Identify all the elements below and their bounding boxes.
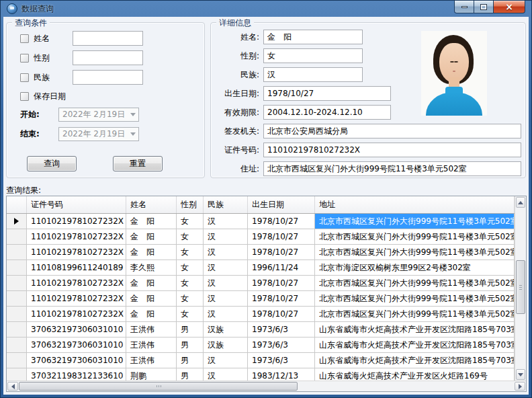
table-cell[interactable]: 王洪伟	[126, 322, 177, 337]
table-row[interactable]: 11010219781027232X金 阳女汉1978/10/27北京市西城区复…	[7, 245, 515, 260]
table-cell[interactable]: 李久熙	[126, 260, 177, 275]
table-cell[interactable]: 370632197306031010	[27, 337, 126, 352]
header-birthdate[interactable]: 出生日期	[248, 196, 315, 213]
vertical-scrollbar[interactable]	[515, 196, 526, 381]
detail-idnumber-value[interactable]: 11010219781027232X	[263, 143, 521, 157]
table-cell[interactable]: 汉	[204, 260, 248, 275]
table-cell[interactable]: 北京市西城区复兴门外大街999号院11号楼3单元502室	[315, 229, 515, 244]
table-cell[interactable]: 11010219781027232X	[27, 229, 126, 244]
table-cell[interactable]: 汉	[204, 229, 248, 244]
maximize-button[interactable]	[474, 1, 494, 13]
row-selector-cell[interactable]	[7, 307, 27, 321]
table-cell[interactable]: 金 阳	[126, 276, 177, 290]
table-cell[interactable]: 汉族	[204, 337, 248, 352]
detail-authority-value[interactable]: 北京市公安局西城分局	[263, 124, 521, 138]
header-address[interactable]: 地址	[315, 196, 515, 213]
table-cell[interactable]: 11010219781027232X	[27, 245, 126, 260]
table-cell[interactable]: 11010219781027232X	[27, 276, 126, 290]
table-cell[interactable]: 汉	[204, 214, 248, 229]
row-selector-cell[interactable]	[7, 322, 27, 337]
table-row[interactable]: 370632197306031010王洪伟男汉族1973/6/3山东省威海市火炬…	[7, 337, 515, 353]
table-cell[interactable]: 女	[177, 307, 204, 321]
table-row[interactable]: 370321198312133610荆鹏男汉1983/12/13山东省威海火炬高…	[7, 368, 515, 381]
table-row[interactable]: 11010219781027232X金 阳女汉1978/10/27北京市西城区复…	[7, 276, 515, 291]
table-cell[interactable]: 汉	[204, 291, 248, 306]
table-cell[interactable]: 11010219781027232X	[27, 214, 126, 229]
table-cell[interactable]: 山东省威海市火炬高技术产业开发区沈阳路185号703室	[315, 337, 515, 352]
row-selector-cell[interactable]	[7, 229, 27, 244]
table-cell[interactable]: 男	[177, 337, 204, 352]
table-cell[interactable]: 男	[177, 368, 204, 381]
app-icon[interactable]	[7, 3, 17, 14]
table-cell[interactable]: 1978/10/27	[248, 229, 315, 244]
row-selector-cell[interactable]	[7, 245, 27, 260]
table-row[interactable]: 110108199611240189李久熙女汉1996/11/24北京市海淀区双…	[7, 260, 515, 276]
table-cell[interactable]: 1978/10/27	[248, 245, 315, 260]
horizontal-scrollbar[interactable]	[7, 381, 526, 391]
table-cell[interactable]: 女	[177, 291, 204, 306]
close-button[interactable]: ×	[494, 1, 525, 13]
table-cell[interactable]: 1996/11/24	[248, 260, 315, 275]
name-input[interactable]	[73, 31, 143, 46]
row-selector-cell[interactable]	[7, 260, 27, 275]
table-cell[interactable]: 1973/6/3	[248, 337, 315, 352]
table-cell[interactable]: 女	[177, 214, 204, 229]
table-cell[interactable]: 女	[177, 229, 204, 244]
horizontal-scroll-thumb[interactable]	[19, 382, 298, 391]
table-cell[interactable]: 370632197306031010	[27, 322, 126, 337]
row-selector-cell[interactable]	[7, 291, 27, 306]
header-ethnicity[interactable]: 民族	[204, 196, 248, 213]
table-cell[interactable]: 11010219781027232X	[27, 291, 126, 306]
row-selector-cell[interactable]	[7, 353, 27, 368]
table-cell[interactable]: 1978/10/27	[248, 307, 315, 321]
table-cell[interactable]: 370321198312133610	[27, 368, 126, 381]
detail-ethnicity-value[interactable]: 汉	[263, 67, 363, 82]
table-cell[interactable]: 女	[177, 245, 204, 260]
detail-birthdate-value[interactable]: 1978/10/27	[263, 86, 391, 101]
table-cell[interactable]: 荆鹏	[126, 368, 177, 381]
table-cell[interactable]: 11010219781027232X	[27, 307, 126, 321]
table-row[interactable]: 11010219781027232X金 阳女汉1978/10/27北京市西城区复…	[7, 229, 515, 245]
save-date-checkbox[interactable]	[20, 92, 29, 101]
header-gender[interactable]: 性别	[177, 196, 204, 213]
query-button[interactable]: 查询	[27, 156, 77, 171]
table-row[interactable]: 11010219781027232X金 阳女汉1978/10/27北京市西城区复…	[7, 291, 515, 307]
detail-name-value[interactable]: 金 阳	[263, 30, 363, 44]
header-name[interactable]: 姓名	[126, 196, 177, 213]
table-cell[interactable]: 汉	[204, 307, 248, 321]
table-cell[interactable]: 北京市西城区复兴门外大街999号院11号楼3单元502室	[315, 214, 515, 229]
table-cell[interactable]: 1978/10/27	[248, 214, 315, 229]
table-cell[interactable]: 1978/10/27	[248, 291, 315, 306]
detail-validity-value[interactable]: 2004.12.10-2024.12.10	[263, 105, 391, 120]
table-cell[interactable]: 北京市西城区复兴门外大街999号院11号楼3单元502室	[315, 245, 515, 260]
scroll-left-button[interactable]	[7, 382, 18, 391]
start-date-picker[interactable]: 2022年 2月19日	[58, 108, 139, 122]
table-cell[interactable]: 110108199611240189	[27, 260, 126, 275]
minimize-button[interactable]	[454, 1, 474, 13]
table-row[interactable]: 11010219781027232X金 阳女汉1978/10/27北京市西城区复…	[7, 307, 515, 322]
table-cell[interactable]: 女	[177, 260, 204, 275]
table-cell[interactable]: 王洪伟	[126, 353, 177, 368]
table-cell[interactable]: 男	[177, 353, 204, 368]
name-checkbox[interactable]	[20, 34, 29, 43]
scroll-right-button[interactable]	[515, 382, 525, 391]
table-cell[interactable]: 370632197306031010	[27, 353, 126, 368]
row-selector-cell[interactable]	[7, 276, 27, 290]
table-row[interactable]: 11010219781027232X金 阳女汉1978/10/27北京市西城区复…	[7, 214, 515, 229]
table-row[interactable]: 370632197306031010王洪伟男汉1973/6/3山东省威海市火炬高…	[7, 353, 515, 368]
end-date-picker[interactable]: 2022年 2月19日	[58, 127, 139, 141]
table-cell[interactable]: 1983/12/13	[248, 368, 315, 381]
table-cell[interactable]: 汉	[204, 245, 248, 260]
table-cell[interactable]: 山东省威海火炬高技术产业开发区火炬路169号	[315, 368, 515, 381]
table-cell[interactable]: 金 阳	[126, 291, 177, 306]
row-selector-cell[interactable]	[7, 214, 27, 229]
row-selector-cell[interactable]	[7, 368, 27, 381]
table-cell[interactable]: 汉	[204, 353, 248, 368]
table-cell[interactable]: 1973/6/3	[248, 353, 315, 368]
end-date-dropdown[interactable]	[128, 128, 138, 141]
reset-button[interactable]: 重置	[113, 156, 163, 171]
table-cell[interactable]: 1978/10/27	[248, 276, 315, 290]
table-cell[interactable]: 北京市西城区复兴门外大街999号院11号楼3单元502室	[315, 291, 515, 306]
table-cell[interactable]: 汉	[204, 276, 248, 290]
header-id-number[interactable]: 证件号码	[27, 196, 126, 213]
